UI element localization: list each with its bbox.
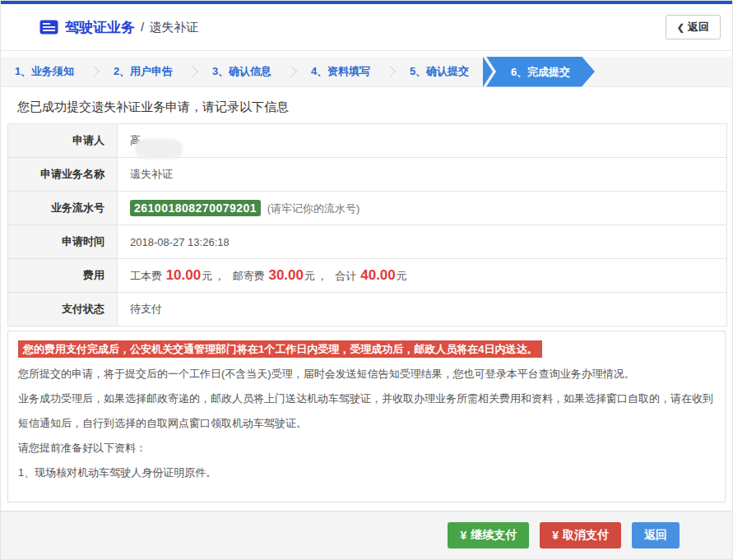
pay-status-value: 待支付 (118, 293, 727, 326)
yen-icon: ¥ (552, 529, 559, 542)
table-row-fee: 费用 工本费 10.00元， 邮寄费 30.00元， 合计 40.00元 (8, 259, 727, 293)
fee-item-unit: 元 (397, 270, 407, 282)
chevron-left-icon: ❮ (677, 22, 684, 33)
step-5-confirm-submit[interactable]: 5、确认提交 (396, 64, 483, 79)
notice-box: 您的费用支付完成后，公安机关交通管理部门将在1个工作日内受理，受理成功后，邮政人… (7, 331, 726, 502)
table-row-serial: 业务流水号 261001808270079201 (请牢记你的流水号) (8, 192, 727, 225)
fee-item-amount: 30.00 (268, 267, 304, 283)
steps-bar: 1、业务须知 2、用户申告 3、确认信息 4、资料填写 5、确认提交 6、完成提… (1, 57, 732, 87)
notice-paragraph: 业务成功受理后，如果选择邮政寄递的，邮政人员将上门送达机动车驾驶证，并收取办理业… (18, 386, 715, 436)
page: 驾驶证业务 /遗失补证 ❮ 返回 1、业务须知 2、用户申告 3、确认信息 4、… (0, 0, 733, 560)
serial-number-badge: 261001808270079201 (130, 200, 261, 216)
applicant-label: 申请人 (8, 124, 118, 158)
pay-status-label: 支付状态 (8, 293, 118, 326)
fee-separator: ， (317, 270, 327, 282)
table-row-apply-time: 申请时间 2018-08-27 13:26:18 (8, 225, 727, 259)
breadcrumb-subtitle: 遗失补证 (149, 20, 198, 34)
page-header: 驾驶证业务 /遗失补证 ❮ 返回 (1, 4, 732, 51)
page-title: 驾驶证业务 (65, 18, 135, 37)
breadcrumb-current: /遗失补证 (141, 20, 198, 35)
chevron-right-icon (187, 66, 198, 77)
chevron-right-icon (88, 66, 100, 77)
service-value: 遗失补证 (118, 158, 727, 192)
fee-item-amount: 40.00 (360, 267, 396, 283)
yen-icon: ¥ (460, 529, 466, 542)
chevron-right-icon (384, 66, 396, 77)
fee-label: 费用 (8, 259, 118, 293)
step-4-fill-data[interactable]: 4、资料填写 (297, 64, 384, 79)
table-row-pay-status: 支付状态 待支付 (8, 293, 727, 326)
notice-paragraph: 请您提前准备好以下资料： (18, 436, 715, 460)
fee-item-name: 工本费 (130, 270, 162, 282)
back-button-bottom[interactable]: 返回 (632, 522, 680, 548)
applicant-value: 高 (130, 133, 141, 148)
continue-pay-button[interactable]: ¥ 继续支付 (448, 522, 529, 548)
fee-item-unit: 元 (304, 270, 315, 282)
back-button-top[interactable]: ❮ 返回 (666, 15, 721, 39)
serial-label: 业务流水号 (8, 192, 118, 225)
back-button-bottom-label: 返回 (644, 528, 667, 543)
table-row-applicant: 申请人 高 (8, 124, 727, 158)
cancel-pay-button[interactable]: ¥ 取消支付 (540, 522, 621, 548)
serial-note: (请牢记你的流水号) (267, 202, 360, 215)
fee-item-name: 邮寄费 (233, 270, 265, 282)
fee-item-name: 合计 (336, 270, 357, 282)
continue-pay-label: 继续支付 (471, 528, 517, 543)
chevron-right-icon (285, 66, 297, 77)
success-message: 您已成功提交遗失补证业务申请，请记录以下信息 (17, 100, 732, 115)
cancel-pay-label: 取消支付 (563, 528, 609, 543)
notice-paragraph: 1、现场核对机动车驾驶人身份证明原件。 (18, 460, 715, 485)
step-2-user-declaration[interactable]: 2、用户申告 (100, 64, 187, 79)
service-label: 申请业务名称 (8, 158, 118, 192)
back-button-top-label: 返回 (688, 20, 709, 35)
footer-bar: ¥ 继续支付 ¥ 取消支付 返回 (1, 511, 732, 559)
redaction-blur (135, 139, 183, 159)
fee-value: 工本费 10.00元， 邮寄费 30.00元， 合计 40.00元 (118, 259, 727, 293)
notice-paragraph: 您所提交的申请，将于提交后的一个工作日(不含当天)受理，届时会发送短信告知受理结… (18, 362, 715, 386)
table-row-service-name: 申请业务名称 遗失补证 (8, 158, 727, 192)
apply-time-label: 申请时间 (8, 225, 118, 259)
step-6-complete-submit[interactable]: 6、完成提交 (486, 57, 595, 87)
warning-banner: 您的费用支付完成后，公安机关交通管理部门将在1个工作日内受理，受理成功后，邮政人… (18, 340, 542, 358)
step-3-confirm-info[interactable]: 3、确认信息 (198, 64, 285, 79)
fee-item-unit: 元 (202, 270, 212, 282)
fee-item-amount: 10.00 (166, 267, 202, 283)
license-service-icon (39, 20, 58, 35)
fee-separator: ， (214, 270, 225, 282)
step-1-business-notice[interactable]: 1、业务须知 (1, 64, 88, 79)
breadcrumb-separator: / (141, 20, 144, 34)
apply-time-value: 2018-08-27 13:26:18 (118, 225, 727, 259)
info-table: 申请人 高 申请业务名称 遗失补证 业务流水号 2610018082700792… (7, 123, 727, 326)
